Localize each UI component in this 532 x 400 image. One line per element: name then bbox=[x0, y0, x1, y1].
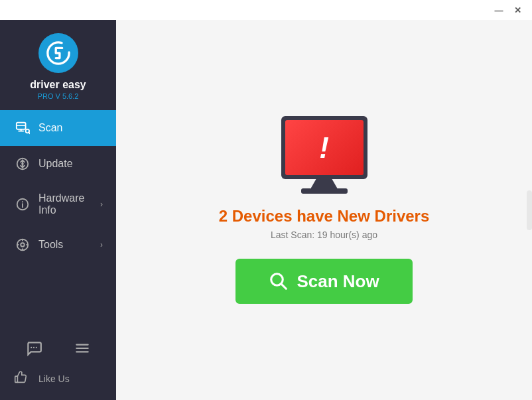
hardware-info-nav-label: Hardware Info bbox=[38, 192, 100, 216]
like-us-label: Like Us bbox=[38, 373, 70, 384]
sidebar-item-scan[interactable]: Scan bbox=[0, 110, 116, 146]
scan-nav-icon bbox=[13, 121, 32, 135]
monitor-stand bbox=[311, 179, 338, 188]
svg-point-11 bbox=[22, 201, 23, 202]
monitor-base bbox=[301, 188, 348, 194]
sidebar-item-tools[interactable]: Tools › bbox=[0, 227, 116, 263]
logo-svg bbox=[46, 40, 71, 66]
monitor-body: ! bbox=[281, 116, 367, 179]
tools-nav-label: Tools bbox=[38, 239, 100, 251]
monitor-screen: ! bbox=[285, 120, 364, 175]
svg-point-20 bbox=[33, 347, 34, 348]
thumbs-up-icon bbox=[13, 370, 32, 387]
app-name: driver easy bbox=[30, 78, 86, 91]
logo-area: driver easy PRO V 5.6.2 bbox=[0, 20, 116, 110]
scan-nav-label: Scan bbox=[38, 122, 103, 134]
sidebar-icon-row bbox=[0, 333, 116, 364]
last-scan-text: Last Scan: 19 hour(s) ago bbox=[271, 230, 377, 240]
minimize-button[interactable]: — bbox=[490, 3, 508, 17]
scan-now-button[interactable]: Scan Now bbox=[235, 259, 412, 304]
svg-point-21 bbox=[36, 347, 37, 348]
hardware-info-nav-icon bbox=[13, 197, 32, 212]
sidebar-item-hardware-info[interactable]: Hardware Info › bbox=[0, 182, 116, 227]
update-nav-icon bbox=[13, 157, 32, 171]
list-icon[interactable] bbox=[74, 340, 91, 357]
update-nav-label: Update bbox=[38, 158, 103, 170]
hardware-info-arrow-icon: › bbox=[100, 200, 103, 209]
sidebar-item-update[interactable]: Update bbox=[0, 146, 116, 182]
sidebar: driver easy PRO V 5.6.2 Scan bbox=[0, 20, 116, 400]
svg-line-6 bbox=[29, 133, 30, 134]
tools-nav-icon bbox=[13, 237, 32, 252]
svg-point-14 bbox=[21, 243, 25, 247]
svg-point-19 bbox=[31, 347, 32, 348]
tools-arrow-icon: › bbox=[100, 240, 103, 249]
svg-line-26 bbox=[282, 284, 287, 289]
svg-point-9 bbox=[21, 163, 24, 165]
exclamation-mark: ! bbox=[319, 133, 329, 163]
monitor-illustration: ! bbox=[281, 116, 367, 194]
logo-icon bbox=[38, 33, 78, 73]
title-bar: — ✕ bbox=[0, 0, 532, 20]
scan-search-icon bbox=[269, 271, 289, 291]
sidebar-bottom: Like Us bbox=[0, 326, 116, 400]
app-container: driver easy PRO V 5.6.2 Scan bbox=[0, 20, 532, 400]
main-content: ! 2 Devices have New Drivers Last Scan: … bbox=[116, 20, 532, 400]
scan-now-label: Scan Now bbox=[297, 271, 379, 292]
like-us-item[interactable]: Like Us bbox=[0, 364, 116, 393]
close-button[interactable]: ✕ bbox=[508, 3, 527, 17]
chat-icon[interactable] bbox=[25, 340, 42, 357]
scrollbar-hint bbox=[527, 190, 532, 230]
status-heading: 2 Devices have New Drivers bbox=[219, 207, 430, 226]
app-version: PRO V 5.6.2 bbox=[38, 92, 79, 100]
